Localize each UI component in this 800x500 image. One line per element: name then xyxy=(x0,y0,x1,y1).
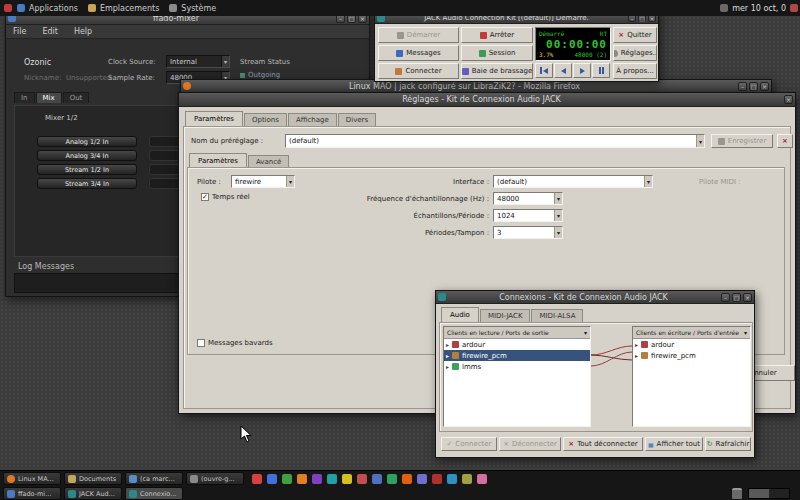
volume-icon[interactable] xyxy=(720,4,728,12)
taskbar-item-qjackctl[interactable]: JACK Aud... xyxy=(64,487,122,500)
channel-button[interactable]: Analog 3/4 In xyxy=(37,150,137,161)
tab-parametres[interactable]: Paramètres xyxy=(185,111,243,126)
realtime-checkbox[interactable]: ✓ Temps réel xyxy=(201,193,250,201)
channel-button[interactable]: Stream 1/2 In xyxy=(37,164,137,175)
tray-icon[interactable] xyxy=(357,474,367,484)
taskbar-item-ffado[interactable]: ffado-mi... xyxy=(3,487,61,500)
expand-arrow-icon[interactable]: ▸ xyxy=(446,341,449,348)
tray-icon[interactable] xyxy=(387,474,397,484)
outgoing-indicator[interactable]: Outgoing xyxy=(240,71,280,79)
tab-options[interactable]: Options xyxy=(244,113,287,126)
tray-icon[interactable] xyxy=(312,474,322,484)
tray-icon[interactable] xyxy=(447,474,457,484)
taskbar-item-connections[interactable]: Connexio... xyxy=(125,487,183,500)
save-preset-button[interactable]: Enregistrer xyxy=(711,134,773,148)
tab-audio[interactable]: Audio xyxy=(441,307,479,322)
expand-arrow-icon[interactable]: ▸ xyxy=(635,352,638,359)
transport-rewind-button[interactable] xyxy=(535,63,553,78)
samplerate-select[interactable]: 48000 xyxy=(493,192,563,205)
tab-divers[interactable]: Divers xyxy=(338,113,376,126)
maximize-button[interactable]: □ xyxy=(749,82,758,91)
transport-play-button[interactable] xyxy=(573,63,591,78)
maximize-button[interactable]: □ xyxy=(732,293,741,302)
settings-titlebar[interactable]: Réglages - Kit de Connexion Audio JACK × xyxy=(179,93,795,107)
ffado-menu-edit[interactable]: Edit xyxy=(35,27,65,36)
connections-button[interactable]: Connecter xyxy=(378,63,459,79)
expand-all-button[interactable]: ▦ Afficher tout xyxy=(645,437,703,451)
start-button[interactable]: Démarrer xyxy=(378,27,459,43)
workspace-1[interactable] xyxy=(749,489,769,498)
tab-affichage[interactable]: Affichage xyxy=(288,113,337,126)
tray-icon[interactable] xyxy=(432,474,442,484)
connections-titlebar[interactable]: Connexions - Kit de Connexion Audio JACK… xyxy=(436,291,754,304)
tray-icon[interactable] xyxy=(477,474,487,484)
tray-icon[interactable] xyxy=(402,474,412,484)
tab-mix[interactable]: Mix xyxy=(36,92,62,103)
panel-clock[interactable]: mer 10 oct, 0 xyxy=(732,4,786,13)
client-row-ardour-in[interactable]: ▸ ardour xyxy=(633,339,750,350)
verbose-checkbox[interactable]: Messages bavards xyxy=(197,339,273,347)
expand-arrow-icon[interactable]: ▸ xyxy=(635,341,638,348)
output-ports-header[interactable]: Clients en lecture / Ports de sortie ▾ xyxy=(444,327,590,339)
tray-icon[interactable] xyxy=(297,474,307,484)
tray-icon[interactable] xyxy=(417,474,427,484)
minimize-button[interactable]: – xyxy=(721,293,730,302)
subtab-parametres[interactable]: Paramètres xyxy=(189,153,247,168)
tab-out[interactable]: Out xyxy=(63,92,90,103)
transport-backward-button[interactable] xyxy=(554,63,572,78)
frames-select[interactable]: 1024 xyxy=(493,209,563,222)
client-row-lmms[interactable]: ▸ lmms xyxy=(444,361,590,372)
client-row-firewire-pcm-in[interactable]: ▸ firewire_pcm xyxy=(633,350,750,361)
expand-arrow-icon[interactable]: ▸ xyxy=(446,352,449,359)
clock-source-select[interactable]: Internal xyxy=(166,55,230,68)
menu-places[interactable]: Emplacements xyxy=(83,0,164,16)
close-button[interactable]: × xyxy=(743,293,752,302)
menu-system[interactable]: Système xyxy=(164,0,221,16)
preset-select[interactable]: (default) xyxy=(285,134,705,148)
taskbar-item-doc1[interactable]: (ca marc... xyxy=(125,472,183,485)
taskbar-item-doc2[interactable]: (ouvre-g... xyxy=(186,472,244,485)
tray-icon[interactable] xyxy=(327,474,337,484)
refresh-button[interactable]: ↻ Rafraîchir xyxy=(705,437,751,451)
distributor-logo-icon[interactable] xyxy=(4,4,12,12)
messages-button[interactable]: Messages xyxy=(378,45,459,61)
menu-applications[interactable]: Applications xyxy=(12,0,83,16)
taskbar-item-documents[interactable]: Documents xyxy=(64,472,122,485)
client-row-ardour[interactable]: ▸ ardour xyxy=(444,339,590,350)
session-icon[interactable] xyxy=(790,4,798,12)
tray-icon[interactable] xyxy=(267,474,277,484)
tray-icon[interactable] xyxy=(462,474,472,484)
channel-button[interactable]: Stream 3/4 In xyxy=(37,178,137,189)
trash-icon[interactable] xyxy=(732,488,742,499)
tab-midi-jack[interactable]: MIDI-JACK xyxy=(480,309,531,322)
ffado-menu-help[interactable]: Help xyxy=(67,27,99,36)
transport-pause-button[interactable] xyxy=(592,63,610,78)
interface-select[interactable]: (default) xyxy=(493,175,653,188)
session-button[interactable]: Session xyxy=(461,45,533,61)
disconnect-all-button[interactable]: × Tout déconnecter xyxy=(563,437,643,451)
delete-preset-button[interactable]: × xyxy=(777,134,793,148)
about-button[interactable]: À propos... xyxy=(613,63,657,79)
stop-button[interactable]: Arrêter xyxy=(461,27,533,43)
disconnect-button[interactable]: × Déconnecter xyxy=(499,437,561,451)
connect-button[interactable]: ✓ Connecter xyxy=(441,437,497,451)
close-button[interactable]: × xyxy=(784,95,793,104)
tray-icon[interactable] xyxy=(342,474,352,484)
input-ports-header[interactable]: Clients en écriture / Ports d'entrée ▾ xyxy=(633,327,750,339)
close-button[interactable]: × xyxy=(760,82,769,91)
tray-icon[interactable] xyxy=(252,474,262,484)
expand-arrow-icon[interactable]: ▸ xyxy=(446,363,449,370)
tray-icon[interactable] xyxy=(372,474,382,484)
tab-midi-alsa[interactable]: MIDI-ALSA xyxy=(531,309,583,322)
client-row-firewire-pcm[interactable]: ▸ firewire_pcm xyxy=(444,350,590,361)
quit-button[interactable]: × Quitter xyxy=(613,27,657,43)
tab-in[interactable]: In xyxy=(14,92,35,103)
setup-button[interactable]: Réglages... xyxy=(613,45,657,61)
minimize-button[interactable]: – xyxy=(738,82,747,91)
tray-icon[interactable] xyxy=(282,474,292,484)
patchbay-button[interactable]: Baie de brassage xyxy=(461,63,533,79)
taskbar-item-firefox[interactable]: Linux MA... xyxy=(3,472,61,485)
periods-select[interactable]: 3 xyxy=(493,226,563,239)
channel-button[interactable]: Analog 1/2 In xyxy=(37,136,137,147)
ffado-menu-file[interactable]: File xyxy=(6,27,33,36)
